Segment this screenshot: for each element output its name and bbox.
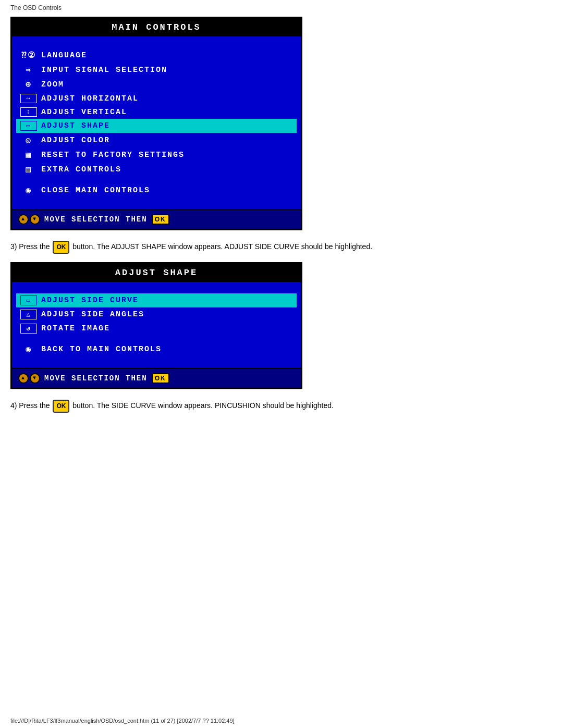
side-curve-label: ADJUST SIDE CURVE [41,296,292,305]
osd-item-side-curve[interactable]: ▭ ADJUST SIDE CURVE [16,293,297,307]
back-main-label: BACK TO MAIN CONTROLS [41,345,292,354]
adjust-vert-label: ADJUST VERTICAL [41,108,292,117]
osd-item-side-angles[interactable]: △ ADJUST SIDE ANGLES [16,307,297,322]
ok-button-inline-3: OK [53,241,69,254]
osd-item-close-main[interactable]: ◉ CLOSE MAIN CONTROLS [16,183,297,198]
extra-controls-icon: ▤ [20,164,37,175]
main-controls-osd: MAIN CONTROLS ⁇② LANGUAGE ⇒ INPUT SIGNAL… [10,17,302,230]
input-signal-label: INPUT SIGNAL SELECTION [41,66,292,75]
osd-item-adjust-vert[interactable]: ↕ ADJUST VERTICAL [16,105,297,119]
side-angles-label: ADJUST SIDE ANGLES [41,310,292,319]
side-curve-icon: ▭ [20,295,37,305]
para4-before: 4) Press the [10,401,50,410]
osd-item-back-main[interactable]: ◉ BACK TO MAIN CONTROLS [16,342,297,356]
zoom-label: ZOOM [41,80,292,89]
nav-down-icon-2: ▼ [30,373,40,384]
osd-item-reset-factory[interactable]: ▦ RESET TO FACTORY SETTINGS [16,147,297,162]
adjust-shape-osd: ADJUST SHAPE ▭ ADJUST SIDE CURVE △ ADJUS… [10,262,302,389]
osd-item-zoom[interactable]: ⊕ ZOOM [16,77,297,92]
side-angles-icon: △ [20,310,37,319]
back-main-icon: ◉ [20,344,37,354]
osd-item-input-signal[interactable]: ⇒ INPUT SIGNAL SELECTION [16,63,297,77]
osd-item-language[interactable]: ⁇② LANGUAGE [16,48,297,63]
nav-down-icon: ▼ [30,214,40,225]
main-controls-body: ⁇② LANGUAGE ⇒ INPUT SIGNAL SELECTION ⊕ Z… [12,36,301,209]
osd-item-adjust-shape[interactable]: ▭ ADJUST SHAPE [16,119,297,133]
footer-text: MOVE SELECTION THEN [44,215,148,224]
adjust-horiz-icon: ↔ [20,94,37,103]
input-signal-icon: ⇒ [20,65,37,75]
paragraph-3: 3) Press the OK button. The ADJUST SHAPE… [10,241,459,254]
close-main-label: CLOSE MAIN CONTROLS [41,186,292,195]
adjust-vert-icon: ↕ [20,107,37,117]
reset-factory-icon: ▦ [20,150,37,160]
page-title: The OSD Controls [10,4,553,11]
adjust-shape-icon: ▭ [20,121,37,131]
close-main-icon: ◉ [20,185,37,195]
osd-item-adjust-color[interactable]: ◎ ADJUST COLOR [16,133,297,147]
language-icon: ⁇② [20,50,37,60]
adjust-shape-label: ADJUST SHAPE [41,121,292,130]
adjust-shape-body: ▭ ADJUST SIDE CURVE △ ADJUST SIDE ANGLES… [12,282,301,368]
ok-badge-shape: OK [152,373,169,384]
footer-text-2: MOVE SELECTION THEN [44,374,148,382]
language-label: LANGUAGE [41,51,292,60]
para3-before: 3) Press the [10,242,50,251]
para3-after: button. The ADJUST SHAPE window appears.… [72,242,372,251]
adjust-shape-footer: ▲ ▼ MOVE SELECTION THEN OK [12,368,301,388]
para4-after: button. The SIDE CURVE window appears. P… [72,401,334,410]
osd-item-adjust-horiz[interactable]: ↔ ADJUST HORIZONTAL [16,92,297,105]
extra-controls-label: EXTRA CONTROLS [41,165,292,174]
adjust-color-label: ADJUST COLOR [41,136,292,145]
nav-up-icon: ▲ [18,214,29,225]
ok-button-inline-4: OK [53,400,69,413]
rotate-image-label: ROTATE IMAGE [41,324,292,333]
adjust-horiz-label: ADJUST HORIZONTAL [41,94,292,103]
reset-factory-label: RESET TO FACTORY SETTINGS [41,151,292,159]
adjust-color-icon: ◎ [20,135,37,145]
rotate-image-icon: ↺ [20,324,37,334]
main-controls-footer: ▲ ▼ MOVE SELECTION THEN OK [12,209,301,229]
main-controls-header: MAIN CONTROLS [12,18,301,36]
page-footer: file:///D|/Rita/LF3/lf3manual/english/OS… [10,718,235,724]
paragraph-4: 4) Press the OK button. The SIDE CURVE w… [10,400,459,413]
ok-badge-main: OK [152,214,169,225]
osd-item-extra-controls[interactable]: ▤ EXTRA CONTROLS [16,162,297,177]
zoom-icon: ⊕ [20,79,37,90]
adjust-shape-header: ADJUST SHAPE [12,264,301,282]
osd-item-rotate-image[interactable]: ↺ ROTATE IMAGE [16,322,297,336]
nav-up-icon-2: ▲ [18,373,29,384]
